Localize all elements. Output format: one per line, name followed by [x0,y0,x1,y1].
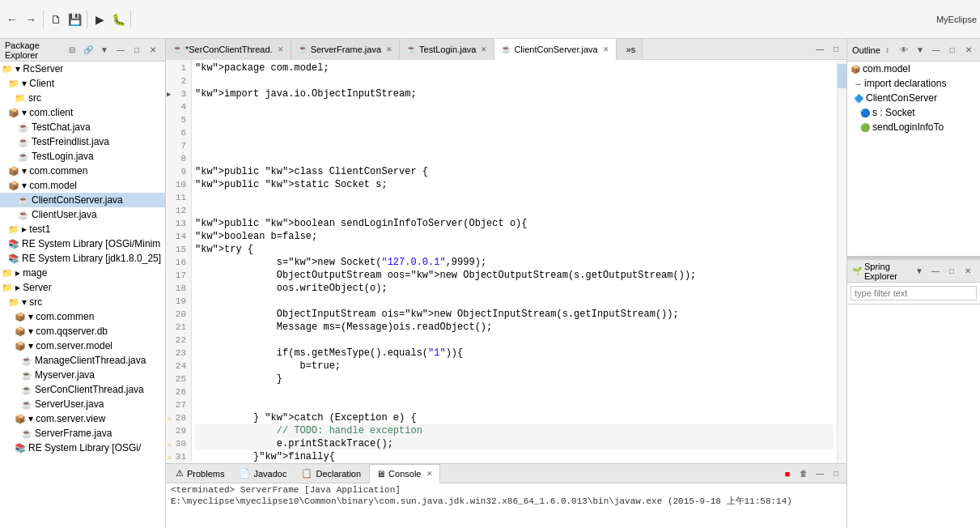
editor-tab[interactable]: ☕ServerFrame.java✕ [291,39,400,60]
tree-item[interactable]: ☕ManageClientThread.java [0,353,165,368]
bottom-minimize-button[interactable]: — [812,466,827,481]
outline-item[interactable]: 🔵s : Socket [847,105,980,120]
tab-close-button[interactable]: ✕ [603,45,609,53]
tree-item[interactable]: ☕TestChat.java [0,120,165,134]
code-line: "kw">try { [195,243,834,256]
tree-item[interactable]: 📦▾ com.commen [0,309,165,324]
save-button[interactable]: 💾 [66,11,83,28]
line-number: 23 [166,347,191,360]
line-number: 13 [166,217,191,230]
forward-button[interactable]: → [22,11,40,28]
bottom-tab[interactable]: 📄Javadoc [232,464,293,483]
tree-item-icon: ☕ [21,399,32,410]
tree-item[interactable]: 📚RE System Library [OSGi/ [0,441,165,455]
outline-hide-button[interactable]: 👁 [897,43,911,57]
warning-icon: ⚠ [168,440,172,449]
tree-item[interactable]: 📁▸ Server [0,280,165,295]
spring-minimize-button[interactable]: — [928,264,943,279]
bottom-tab-close[interactable]: ✕ [426,470,433,478]
back-button[interactable]: ← [3,11,21,28]
outline-item[interactable]: 🟢sendLoginInfoTo [847,120,980,134]
new-button[interactable]: 🗋 [47,11,65,28]
spring-menu-button[interactable]: ▼ [912,264,927,279]
outline-label: ClientConServer [866,92,937,104]
warning-icon: ⚠ [168,453,172,462]
bottom-tab[interactable]: 📋Declaration [295,464,367,483]
line-numbers: 12▶3456789101112131415161718192021222324… [166,60,192,463]
panel-menu-button[interactable]: ▼ [97,43,112,57]
collapse-all-button[interactable]: ⊟ [65,43,79,57]
editor-tab[interactable]: »s [617,39,643,60]
outline-tree: 📦com.model→import declarations🔷ClientCon… [847,62,980,256]
outline-close-button[interactable]: ✕ [961,43,976,57]
tree-item-icon: ☕ [21,370,32,381]
outline-item[interactable]: 📦com.model [847,62,980,76]
line-number: ▶3 [166,87,191,100]
tree-item[interactable]: ☕ServerFrame.java [0,426,165,441]
line-number: 11 [166,191,191,204]
run-button[interactable]: ▶ [91,11,108,28]
spring-maximize-button[interactable]: □ [944,264,959,279]
outline-maximize-button[interactable]: □ [945,43,960,57]
tree-item[interactable]: ☕ClientUser.java [0,207,165,222]
tree-item[interactable]: 📦▾ com.model [0,178,165,193]
tree-item-label: ▸ test1 [22,224,50,235]
editor-tab[interactable]: ☕ClientConServer.java✕ [494,39,616,60]
editor-tab[interactable]: ☕TestLogin.java✕ [400,39,494,60]
tree-item[interactable]: ☕Myserver.java [0,368,165,382]
tree-item[interactable]: ☕ClientConServer.java [0,193,165,207]
outline-minimize-button[interactable]: — [929,43,944,57]
code-line [195,398,834,411]
editor-tab[interactable]: ☕*SerConClientThread.✕ [166,39,291,60]
tree-item[interactable]: ☕SerConClientThread.java [0,382,165,397]
tree-item[interactable]: 📦▾ com.client [0,105,165,120]
console-clear-button[interactable]: 🗑 [796,466,811,481]
console-text: <terminated> ServerFrame [Java Applicati… [171,485,792,506]
spring-close-button[interactable]: ✕ [961,264,975,279]
tree-item[interactable]: 📁▾ src [0,295,165,309]
bottom-tab[interactable]: 🖥Console✕ [369,464,440,483]
console-terminate-button[interactable]: ■ [780,466,795,481]
code-content[interactable]: "kw">package com.model; "kw">import java… [192,60,837,463]
maximize-panel-button[interactable]: □ [129,43,144,57]
tree-item-icon: ☕ [21,356,32,366]
tab-close-button[interactable]: ✕ [278,45,284,53]
tree-item[interactable]: 📦▾ com.qqserver.db [0,324,165,339]
tab-label: *SerConClientThread. [185,45,273,54]
tree-item[interactable]: ☕ServerUser.java [0,397,165,411]
tree-item[interactable]: 📦▾ com.server.model [0,339,165,353]
tree-item[interactable]: 📚RE System Library [jdk1.8.0_25] [0,251,165,266]
tree-item[interactable]: ☕TestFreindlist.java [0,134,165,149]
outline-menu-button[interactable]: ▼ [913,43,927,57]
line-number: 14 [166,230,191,243]
outline-item[interactable]: 🔷ClientConServer [847,91,980,105]
editor-maximize-button[interactable]: □ [829,42,843,57]
outline-sort-button[interactable]: ↕ [880,43,895,57]
line-number: 25 [166,373,191,385]
tree-item[interactable]: 📦▾ com.commen [0,164,165,178]
tree-item[interactable]: 📁▾ Client [0,76,165,91]
bottom-tab[interactable]: ⚠Problems [169,464,231,483]
outline-item[interactable]: →import declarations [847,76,980,91]
tab-close-button[interactable]: ✕ [481,45,487,53]
link-editor-button[interactable]: 🔗 [81,43,95,57]
toolbar-group-run: ▶ 🐛 [91,11,131,28]
outline-actions: ↕ 👁 ▼ — □ ✕ [880,43,976,57]
tree-item[interactable]: 📦▾ com.server.view [0,411,165,426]
editor-minimize-button[interactable]: — [812,42,827,57]
code-line [195,191,834,204]
debug-button[interactable]: 🐛 [109,11,127,28]
tree-item[interactable]: 📁▾ RcServer [0,62,165,76]
tree-item[interactable]: 📁src [0,91,165,105]
bottom-maximize-button[interactable]: □ [829,466,843,481]
tree-item[interactable]: 📁▸ mage [0,266,165,280]
spring-filter-input[interactable] [851,286,977,300]
tree-item[interactable]: ☕TestLogin.java [0,149,165,164]
tab-close-button[interactable]: ✕ [386,45,392,53]
close-panel-button[interactable]: ✕ [146,43,160,57]
editor-scrollbar[interactable] [837,60,846,463]
tree-item[interactable]: 📁▸ test1 [0,222,165,236]
minimize-panel-button[interactable]: — [113,43,128,57]
line-number: 21 [166,321,191,334]
tree-item[interactable]: 📚RE System Library [OSGi/Minim [0,236,165,251]
